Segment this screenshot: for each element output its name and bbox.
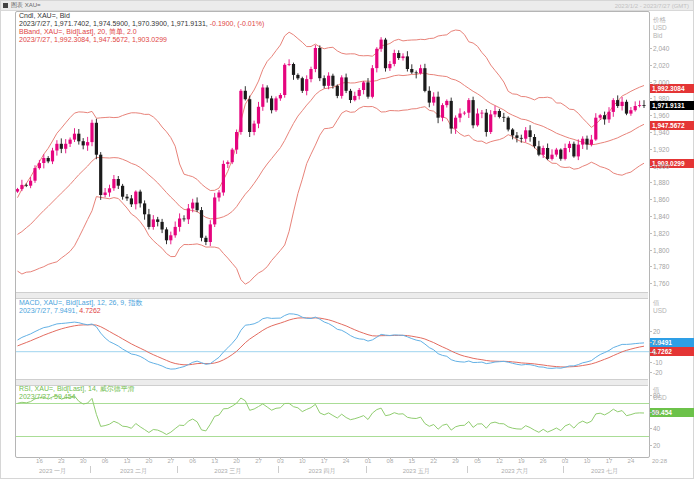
price-tick-label-mark (649, 82, 652, 83)
month-separator (90, 466, 91, 473)
day-tick-label: 27 (167, 458, 174, 464)
price-tick-label: 1,980 (653, 95, 669, 102)
chart-window: 图表 XAU= 2023/1/2 - 2023/7/27 (GMT) Cndl,… (0, 0, 694, 479)
price-tick-label-mark (649, 115, 652, 116)
price-tick-label-mark (649, 266, 652, 267)
month-label: 2023 三月 (214, 467, 241, 476)
price-tick-label: 1,880 (653, 179, 669, 186)
macd-series-label: MACD, XAU=, Bid[Last], 12, 26, 9, 指数 (19, 299, 142, 306)
candle-series-label: Cndl, XAU=, Bid (19, 12, 70, 19)
day-tick-label: 05 (474, 458, 481, 464)
macd-value: 2023/7/27, 7.9491, (19, 307, 79, 314)
day-tick-label: 30 (80, 458, 87, 464)
day-tick-label: 29 (452, 458, 459, 464)
rsi-tick-label: 40 (653, 425, 660, 432)
price-tick-label-mark (649, 98, 652, 99)
macd-legend: MACD, XAU=, Bid[Last], 12, 26, 9, 指数 202… (19, 299, 142, 315)
candle-ohlc-values: 2023/7/27, 1,971.7402, 1,974.5900, 1,970… (19, 20, 210, 27)
day-tick-label: 26 (540, 458, 547, 464)
price-axis-field: Bid (653, 32, 667, 40)
main-legend: Cndl, XAU=, Bid 2023/7/27, 1,971.7402, 1… (19, 12, 264, 44)
price-tick-label-mark (649, 283, 652, 284)
day-tick-label: 24 (343, 458, 350, 464)
candle-change-values: -0.1900, (-0.01%) (210, 20, 264, 27)
day-tick-label: 20 (233, 458, 240, 464)
day-tick-label: 20 (146, 458, 153, 464)
macd-tick-label-mark (649, 352, 652, 353)
macd-axis-header: 值 USD (653, 299, 667, 315)
price-tick-label-mark (649, 149, 652, 150)
time-axis-corner-label: 20:28 (652, 458, 667, 464)
macd-signal-value: 4.7262 (79, 307, 100, 314)
macd-tick-label: -10 (653, 358, 662, 365)
month-label: 2023 一月 (39, 467, 66, 476)
day-tick-label: 22 (430, 458, 437, 464)
rsi-tick-label-mark (649, 395, 652, 396)
day-tick-label: 27 (255, 458, 262, 464)
month-separator (177, 466, 178, 473)
day-tick-label: 24 (628, 458, 635, 464)
rsi-tick-label-mark (649, 445, 652, 446)
price-tick-label-mark (649, 65, 652, 66)
panel-splitter-main-macd[interactable] (16, 292, 648, 299)
day-tick-label: 10 (299, 458, 306, 464)
rsi-series-label: RSI, XAU=, Bid[Last], 14, 威尔德平滑 (19, 385, 135, 392)
bband-series-label: BBand, XAU=, Bid[Last], 20, 简单, 2.0 (19, 28, 137, 35)
price-tick-label: 2,040 (653, 45, 669, 52)
price-tick-label: 2,000 (653, 78, 669, 85)
price-tick-label: 1,860 (653, 196, 669, 203)
price-tick-label-mark (649, 182, 652, 183)
chart-plot-area[interactable] (1, 1, 694, 479)
day-tick-label: 10 (584, 458, 591, 464)
day-tick-label: 12 (496, 458, 503, 464)
month-separator (563, 466, 564, 473)
day-tick-label: 17 (321, 458, 328, 464)
price-axis-currency: USD (653, 24, 667, 32)
macd-axis-currency: USD (653, 307, 667, 315)
day-tick-label: 03 (562, 458, 569, 464)
day-tick-label: 16 (36, 458, 43, 464)
day-tick-label: 13 (211, 458, 218, 464)
macd-tick-label-mark (649, 372, 652, 373)
day-tick-label: 19 (518, 458, 525, 464)
price-tick-label: 1,780 (653, 263, 669, 270)
price-tick-label-mark (649, 48, 652, 49)
price-tick-label: 1,920 (653, 145, 669, 152)
month-separator (278, 466, 279, 473)
month-label: 2023 二月 (120, 467, 147, 476)
rsi-tick-label-mark (649, 412, 652, 413)
day-tick-label: 23 (58, 458, 65, 464)
macd-tick-label-mark (649, 362, 652, 363)
rsi-tick-label-mark (649, 428, 652, 429)
day-tick-label: 17 (606, 458, 613, 464)
price-tick-label: 2,020 (653, 61, 669, 68)
price-tick-label-mark (649, 250, 652, 251)
price-axis-title: 价格 (653, 16, 667, 24)
price-tick-label: 1,960 (653, 112, 669, 119)
price-tick-label: 1,840 (653, 213, 669, 220)
day-tick-label: 15 (408, 458, 415, 464)
price-tick-label-mark (649, 199, 652, 200)
macd-tick-label-mark (649, 342, 652, 343)
macd-tick-label: 10 (653, 338, 660, 345)
price-tick-label-mark (649, 216, 652, 217)
price-tick-label: 1,940 (653, 129, 669, 136)
day-tick-label: 03 (277, 458, 284, 464)
day-tick-label: 08 (387, 458, 394, 464)
price-tick-label: 1,820 (653, 229, 669, 236)
macd-axis-title: 值 (653, 299, 667, 307)
macd-tick-label-mark (649, 331, 652, 332)
price-axis-header: 价格 USD Bid (653, 16, 667, 40)
rsi-tick-label: 60 (653, 408, 660, 415)
rsi-legend: RSI, XAU=, Bid[Last], 14, 威尔德平滑 2023/7/2… (19, 385, 135, 401)
price-tick-label-mark (649, 166, 652, 167)
price-tick-label-mark (649, 233, 652, 234)
month-label: 2023 五月 (403, 467, 430, 476)
macd-tick-label: 20 (653, 328, 660, 335)
rsi-tick-label: 20 (653, 441, 660, 448)
month-label: 2023 七月 (591, 467, 618, 476)
month-label: 2023 六月 (501, 467, 528, 476)
macd-tick-label: 0 (653, 348, 657, 355)
day-tick-label: 06 (102, 458, 109, 464)
month-separator (366, 466, 367, 473)
